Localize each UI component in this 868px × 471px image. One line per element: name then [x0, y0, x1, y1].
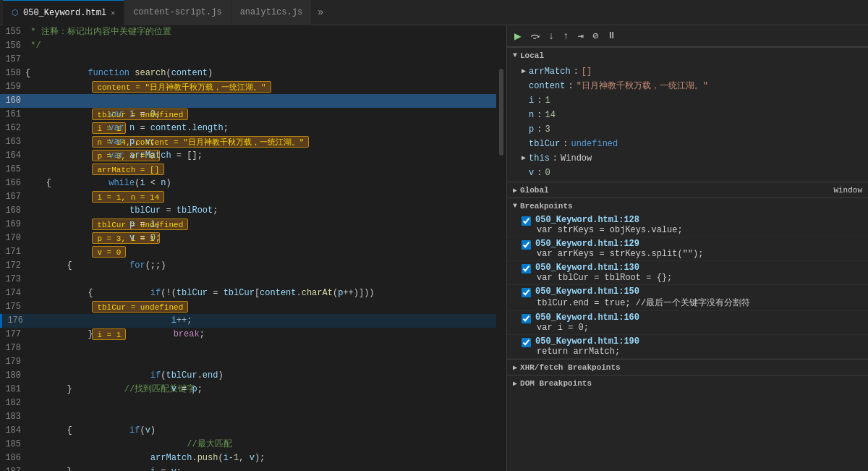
bp-code: tblCur.end = true; //最后一个关键字没有分割符: [537, 298, 750, 308]
code-line-187: 187 }: [0, 465, 496, 471]
tab-content-script[interactable]: content-script.js: [124, 0, 231, 25]
line-number: 184: [0, 424, 25, 438]
tab-label: 050_Keyword.html: [23, 8, 106, 18]
tab-list: ⬡ 050_Keyword.html ✕ content-script.js a…: [3, 0, 865, 25]
step-into-btn[interactable]: ↓: [547, 29, 556, 43]
line-number: 164: [0, 149, 25, 163]
var-colon: :: [574, 65, 579, 78]
code-text: i++; i = 1: [25, 300, 192, 314]
code-line-157: 157 function search(content) content = "…: [0, 53, 496, 67]
code-text: [25, 396, 30, 410]
bp-file: 050_Keyword.html:130: [535, 263, 639, 273]
line-number: 173: [0, 273, 25, 287]
dom-section-header[interactable]: ▶ DOM Breakpoints: [507, 375, 868, 391]
line-number: 172: [0, 259, 25, 273]
code-text: var p, v; p = 3, v = 0: [25, 122, 160, 135]
code-line-168: 168 p = i; p = 3, i = 1: [0, 204, 496, 218]
code-text: * 注释：标记出内容中关键字的位置: [25, 25, 171, 39]
code-line-171: 171 for(;;): [0, 245, 496, 259]
var-key: tblCur: [529, 137, 560, 150]
line-number: 165: [0, 163, 25, 177]
debug-sections[interactable]: ▼ Local ▶ arrMatch : [] ▶ content : "日月神…: [507, 47, 868, 471]
breakpoint-checkbox[interactable]: [522, 338, 531, 347]
code-text: }: [25, 465, 72, 471]
code-text: v = p;: [25, 369, 203, 383]
code-line-164: 164: [0, 149, 496, 163]
line-number: 185: [0, 438, 25, 451]
var-val: Window: [561, 152, 592, 165]
line-number: 187: [0, 465, 25, 471]
bp-code: var arrKeys = strKeys.split("");: [537, 249, 703, 259]
resume-btn[interactable]: ▶: [513, 27, 523, 45]
breakpoint-checkbox[interactable]: [522, 288, 531, 297]
var-val: 0: [545, 166, 550, 179]
breakpoints-section-title: Breakpoints: [520, 202, 573, 211]
bp-code: var strKeys = objKeys.value;: [537, 225, 683, 235]
bp-code: return arrMatch;: [537, 347, 620, 357]
local-section-title: Local: [520, 51, 544, 60]
line-number: 177: [0, 328, 25, 341]
var-val: "日月神教千秋万载，一统江湖。": [576, 80, 708, 93]
breakpoint-checkbox[interactable]: [522, 314, 531, 323]
tab-overflow-btn[interactable]: »: [312, 7, 329, 18]
xhr-section-header[interactable]: ▶ XHR/fetch Breakpoints: [507, 359, 868, 375]
code-text: var i = 0; i = 1: [25, 94, 166, 108]
tab-close-btn[interactable]: ✕: [111, 9, 115, 17]
expand-icon[interactable]: ▶: [522, 152, 526, 165]
step-out-btn[interactable]: ↑: [561, 29, 570, 43]
code-scroll[interactable]: 155 * 注释：标记出内容中关键字的位置 156 */ 157 functio…: [0, 25, 506, 471]
tab-analytics[interactable]: analytics.js: [231, 0, 312, 25]
code-text: */: [25, 39, 41, 53]
code-line-180: 180 v = p;: [0, 369, 496, 383]
breakpoint-130: 050_Keyword.html:130 var tblCur = tblRoo…: [507, 261, 868, 285]
global-section-title: Global: [520, 186, 549, 195]
step-over-btn[interactable]: ⤼: [529, 27, 541, 45]
var-row-i: ▶ i : 1: [507, 93, 868, 108]
code-text: }: [25, 328, 93, 341]
deactivate-btn[interactable]: ⊘: [591, 28, 600, 43]
var-val: 1: [545, 94, 550, 107]
line-number: 175: [0, 300, 25, 314]
code-line-163: 163 var arrMatch = []; arrMatch = []: [0, 135, 496, 149]
tab-bar: ⬡ 050_Keyword.html ✕ content-script.js a…: [0, 0, 868, 25]
collapse-arrow: ▶: [513, 363, 517, 372]
code-panel: 155 * 注释：标记出内容中关键字的位置 156 */ 157 functio…: [0, 25, 506, 471]
line-number: 170: [0, 232, 25, 245]
code-line-177: 177 }: [0, 328, 496, 341]
breakpoints-section-header[interactable]: ▼ Breakpoints: [507, 198, 868, 213]
line-number: 180: [0, 369, 25, 383]
line-number: 157: [0, 53, 25, 67]
bp-file: 050_Keyword.html:129: [535, 239, 639, 249]
code-scrollbar[interactable]: [496, 25, 506, 471]
breakpoint-160: 050_Keyword.html:160 var i = 0;: [507, 311, 868, 335]
code-text: [25, 149, 30, 163]
breakpoint-checkbox[interactable]: [522, 240, 531, 250]
line-number: 166: [0, 177, 25, 190]
local-section-header[interactable]: ▼ Local: [507, 47, 868, 63]
var-colon: :: [563, 137, 568, 150]
line-number: 176: [2, 314, 27, 328]
line-number: 178: [0, 341, 25, 355]
code-text: {: [25, 67, 30, 80]
main-area: 155 * 注释：标记出内容中关键字的位置 156 */ 157 functio…: [0, 25, 868, 471]
line-number: 174: [0, 287, 25, 300]
global-section-header[interactable]: ▶ Global Window: [507, 182, 868, 198]
collapse-arrow: ▶: [513, 379, 517, 388]
breakpoint-checkbox[interactable]: [522, 264, 531, 273]
line-number: 168: [0, 204, 25, 218]
code-text: break;: [27, 314, 205, 328]
var-key: p: [529, 123, 534, 136]
pause-on-exceptions-btn[interactable]: ⏸: [605, 29, 618, 43]
code-line-167: 167 tblCur = tblRoot; tblCur = undefined: [0, 190, 496, 204]
step-btn[interactable]: ⇥: [576, 28, 584, 43]
var-row-this: ▶ this : Window: [507, 151, 868, 166]
expand-icon[interactable]: ▶: [522, 65, 526, 78]
line-number: 183: [0, 410, 25, 424]
var-key: i: [529, 94, 534, 107]
tab-050-keyword[interactable]: ⬡ 050_Keyword.html ✕: [3, 0, 124, 25]
breakpoint-128: 050_Keyword.html:128 var strKeys = objKe…: [507, 213, 868, 237]
code-line-174: 174 {: [0, 287, 496, 300]
breakpoint-checkbox[interactable]: [522, 216, 531, 226]
code-text: while(i < n) i = 1, n = 14: [25, 163, 171, 177]
line-number: 179: [0, 355, 25, 369]
